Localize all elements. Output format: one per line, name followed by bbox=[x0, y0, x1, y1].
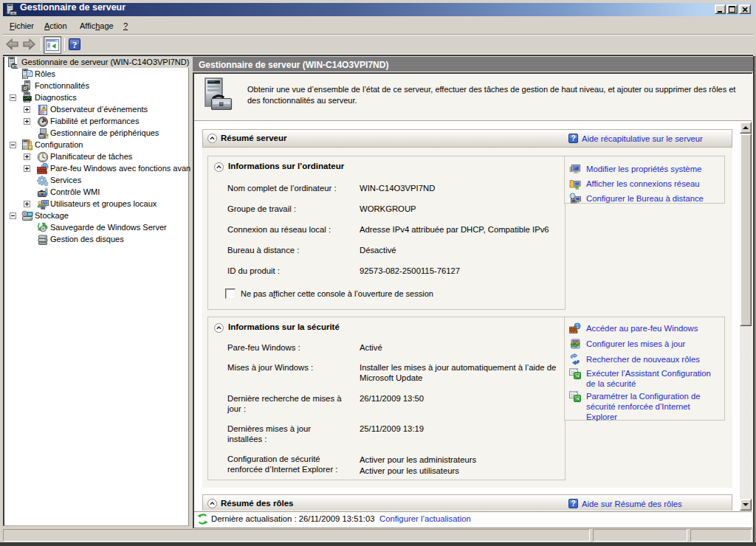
svg-text:?: ? bbox=[571, 134, 575, 142]
svg-text:?: ? bbox=[72, 40, 77, 50]
svg-text:?: ? bbox=[571, 500, 575, 508]
